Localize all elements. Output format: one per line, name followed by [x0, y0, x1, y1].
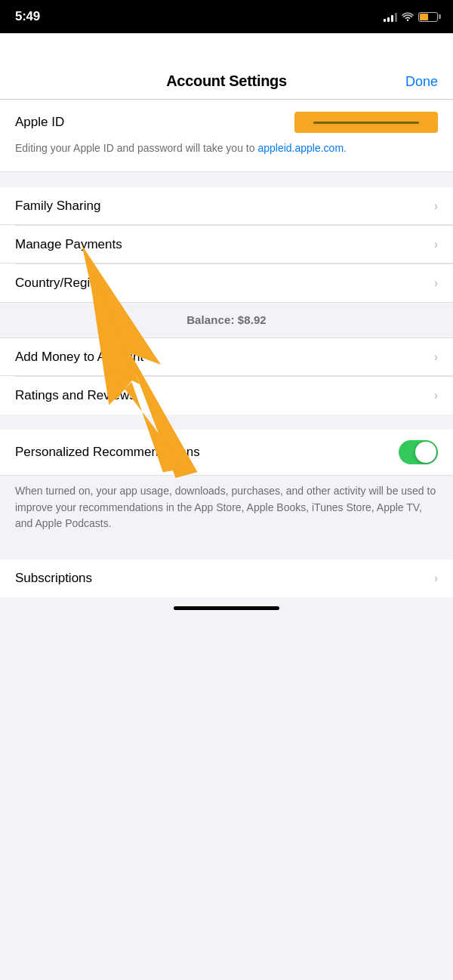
- toggle-description: When turned on, your app usage, download…: [0, 475, 453, 544]
- country-region-chevron: ›: [434, 276, 438, 290]
- account-menu-section: Family Sharing › Manage Payments › Count…: [0, 187, 453, 302]
- personalized-recs-toggle[interactable]: [399, 440, 438, 464]
- balance-text: Balance: $8.92: [186, 313, 267, 326]
- manage-payments-item[interactable]: Manage Payments ›: [0, 226, 453, 263]
- home-indicator: [0, 597, 453, 623]
- add-money-label: Add Money to Account: [15, 350, 143, 365]
- family-sharing-chevron: ›: [434, 199, 438, 213]
- subscriptions-label: Subscriptions: [15, 571, 92, 586]
- ratings-reviews-item[interactable]: Ratings and Reviews ›: [0, 377, 453, 414]
- apple-id-row[interactable]: Apple ID: [15, 112, 438, 133]
- apple-id-section: Apple ID Editing your Apple ID and passw…: [0, 100, 453, 172]
- apple-id-note: Editing your Apple ID and password will …: [15, 140, 438, 159]
- country-region-item[interactable]: Country/Region ›: [0, 264, 453, 302]
- family-sharing-label: Family Sharing: [15, 199, 100, 214]
- status-bar: 5:49: [0, 0, 453, 33]
- manage-payments-label: Manage Payments: [15, 237, 122, 252]
- family-sharing-item[interactable]: Family Sharing ›: [0, 187, 453, 225]
- toggle-knob: [415, 442, 436, 463]
- page-title: Account Settings: [166, 72, 287, 90]
- ratings-reviews-label: Ratings and Reviews: [15, 388, 136, 403]
- add-money-item[interactable]: Add Money to Account ›: [0, 338, 453, 376]
- personalized-recs-section: Personalized Recommendations: [0, 430, 453, 475]
- apple-id-value-bar-line: [313, 122, 419, 124]
- toggle-desc-text: When turned on, your app usage, download…: [15, 483, 438, 532]
- subscriptions-chevron: ›: [434, 572, 438, 585]
- done-button[interactable]: Done: [405, 74, 438, 90]
- status-time: 5:49: [15, 9, 40, 24]
- toggle-label: Personalized Recommendations: [15, 445, 399, 460]
- toggle-row: Personalized Recommendations: [0, 430, 453, 475]
- nav-header: Account Settings Done: [0, 33, 453, 100]
- status-icons: [384, 11, 438, 22]
- apple-id-value-bar: [294, 112, 438, 133]
- subscriptions-item[interactable]: Subscriptions ›: [0, 559, 453, 597]
- country-region-label: Country/Region: [15, 276, 104, 291]
- home-bar: [174, 606, 279, 610]
- subscriptions-section: Subscriptions ›: [0, 559, 453, 597]
- wifi-icon: [402, 12, 414, 21]
- manage-payments-chevron: ›: [434, 238, 438, 251]
- add-money-chevron: ›: [434, 350, 438, 364]
- signal-bars-icon: [384, 11, 397, 22]
- battery-fill: [420, 14, 428, 20]
- page-container: 5:49 Account Settings Done Apple ID: [0, 0, 453, 623]
- ratings-reviews-chevron: ›: [434, 389, 438, 402]
- balance-section: Balance: $8.92: [0, 302, 453, 338]
- apple-id-label: Apple ID: [15, 115, 64, 130]
- appleid-link[interactable]: appleid.apple.com: [257, 142, 344, 154]
- battery-icon: [418, 12, 438, 22]
- money-section: Add Money to Account › Ratings and Revie…: [0, 338, 453, 414]
